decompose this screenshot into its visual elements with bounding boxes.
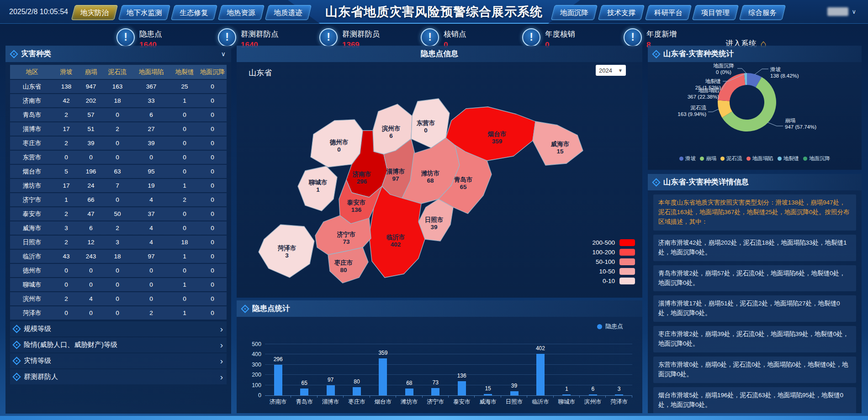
tab-生态修复[interactable]: 生态修复 (173, 5, 216, 20)
value-cell: 4 (79, 295, 103, 302)
user-menu[interactable]: ∨ (827, 7, 856, 16)
bar-济宁市[interactable] (431, 388, 439, 395)
pie-legend-item-地裂缝[interactable]: 地裂缝 (778, 155, 799, 162)
table-row[interactable]: 滨州市240000 (10, 292, 227, 305)
pie-legend-item-泥石流[interactable]: 泥石流 (720, 155, 742, 162)
accordion-险情(威胁人口、威胁财产)等级[interactable]: 险情(威胁人口、威胁财产)等级› (10, 337, 227, 352)
pie-legend-label: 泥石流 (726, 155, 742, 162)
diamond-icon (652, 178, 660, 186)
details-item: 烟台市滑坡5处，崩塌196处，泥石流63处，地面塌陷95处，地裂缝0处，地面沉降… (653, 387, 856, 413)
x-axis-label: 菏泽市 (606, 398, 632, 406)
bar-滨州市[interactable] (589, 394, 597, 395)
table-row[interactable]: 德州市000000 (10, 264, 227, 277)
table-row[interactable]: 东营市000000 (10, 151, 227, 164)
y-axis-tick: 0 (243, 392, 261, 399)
value-cell: 1 (171, 182, 198, 189)
value-cell: 2 (54, 140, 79, 147)
value-cell: 0 (79, 281, 103, 288)
bar-淄博市[interactable] (327, 385, 335, 395)
bar-slot-威海市: 15威海市 (475, 344, 501, 395)
y-axis-tick: 100 (243, 382, 261, 388)
accordion-群测群防人[interactable]: 群测群防人› (10, 369, 227, 384)
bar-烟台市[interactable] (379, 358, 387, 395)
value-cell: 2 (54, 239, 79, 246)
table-row[interactable]: 泰安市247503700 (10, 207, 227, 220)
table-row[interactable]: 青岛市2570600 (10, 108, 227, 121)
region-cell: 泰安市 (10, 210, 54, 218)
tab-label: 综合服务 (747, 5, 778, 20)
pie-legend-item-崩塌[interactable]: 崩塌 (700, 155, 716, 162)
value-cell: 2 (171, 196, 198, 203)
pie-slice-地面塌陷[interactable] (718, 73, 745, 101)
region-cell: 东营市 (10, 153, 54, 162)
map-legend-row: 0-10 (592, 276, 635, 286)
pie-legend-item-滑坡[interactable]: 滑坡 (679, 155, 696, 162)
bar-潍坊市[interactable] (405, 388, 413, 395)
accordion-灾情等级[interactable]: 灾情等级› (10, 353, 227, 368)
tab-地质遗迹[interactable]: 地质遗迹 (267, 5, 310, 20)
map-legend: 200-500100-20050-10010-500-10 (592, 238, 635, 286)
pie-legend-item-地面塌陷[interactable]: 地面塌陷 (746, 155, 773, 162)
tab-项目管理[interactable]: 项目管理 (694, 5, 737, 20)
bar-济南市[interactable] (274, 365, 282, 395)
table-row[interactable]: 临沂市43243189710 (10, 250, 227, 263)
table-row[interactable]: 潍坊市172471910 (10, 179, 227, 192)
collapse-chevron-icon[interactable]: ∨ (221, 50, 226, 58)
value-cell: 0 (198, 253, 227, 260)
bar-临沂市[interactable] (536, 354, 545, 395)
header-left-tabs: 地灾防治地下水监测生态修复地热资源地质遗迹 (73, 5, 310, 20)
region-cell: 日照市 (10, 238, 54, 247)
title-banner: 山东省地质灾害风险预警综合展示系统 (288, 0, 580, 24)
table-row[interactable]: 烟台市5196639500 (10, 165, 227, 178)
value-cell: 12 (79, 239, 103, 246)
value-cell: 4 (132, 225, 171, 231)
bar-青岛市[interactable] (300, 388, 308, 395)
value-cell: 0 (198, 267, 227, 274)
accordion-规模等级[interactable]: 规模等级› (10, 321, 227, 336)
tab-科研平台[interactable]: 科研平台 (647, 5, 690, 20)
x-axis-label: 泰安市 (449, 398, 475, 406)
tab-地面沉降[interactable]: 地面沉降 (553, 5, 596, 20)
table-row[interactable]: 淄博市175122700 (10, 122, 227, 136)
bar-chart-legend[interactable]: 隐患点 (597, 322, 623, 331)
region-cell: 山东省 (10, 83, 54, 91)
value-cell: 95 (132, 168, 171, 175)
stat-label: 隐患点 (139, 29, 162, 39)
value-cell: 2 (54, 111, 79, 118)
exclamation-glyph: ! (625, 31, 641, 43)
pie-legend-label: 滑坡 (685, 155, 696, 162)
table-row[interactable]: 枣庄市23903900 (10, 136, 227, 150)
bar-泰安市[interactable] (458, 381, 466, 395)
table-row[interactable]: 济南市42202183310 (10, 94, 227, 107)
bar-威海市[interactable] (484, 394, 492, 395)
table-row[interactable]: 威海市362400 (10, 221, 227, 235)
bar-聊城市[interactable] (562, 394, 571, 395)
tab-label: 生态修复 (179, 5, 209, 20)
stat-label: 年度新增 (646, 29, 677, 39)
warning-icon: ! (421, 28, 439, 47)
bar-枣庄市[interactable] (353, 387, 361, 395)
table-row[interactable]: 济宁市1660420 (10, 193, 227, 206)
value-cell: 47 (79, 210, 103, 217)
tab-地下水监测[interactable]: 地下水监测 (120, 5, 169, 20)
column-header: 崩塌 (79, 68, 103, 76)
disaster-type-panel-title: 灾害种类 (21, 49, 51, 59)
tab-地热资源[interactable]: 地热资源 (220, 5, 263, 20)
tab-地灾防治[interactable]: 地灾防治 (73, 5, 116, 20)
table-row[interactable]: 日照市21234180 (10, 236, 227, 249)
table-row[interactable]: 山东省138947163367250 (10, 80, 227, 93)
tab-综合服务[interactable]: 综合服务 (741, 5, 784, 20)
table-row[interactable]: 聊城市000010 (10, 278, 227, 291)
details-item: 青岛市滑坡2处，崩塌57处，泥石流0处，地面塌陷6处，地裂缝0处，地面沉降0处。 (653, 265, 856, 292)
bar-slot-淄博市: 97淄博市 (318, 344, 344, 395)
diamond-icon (652, 50, 660, 58)
value-cell: 0 (54, 310, 79, 316)
map-legend-row: 10-50 (592, 267, 635, 276)
bar-日照市[interactable] (510, 391, 519, 395)
pie-legend-item-地面沉降[interactable]: 地面沉降 (803, 155, 830, 162)
tab-技术支撑[interactable]: 技术支撑 (600, 5, 643, 20)
bar-菏泽市[interactable] (615, 394, 623, 395)
table-row[interactable]: 菏泽市000210 (10, 306, 227, 320)
x-axis-label: 威海市 (475, 398, 501, 406)
details-item: 枣庄市滑坡2处，崩塌39处，泥石流0处，地面塌陷39处，地裂缝0处，地面沉降0处… (653, 326, 856, 352)
